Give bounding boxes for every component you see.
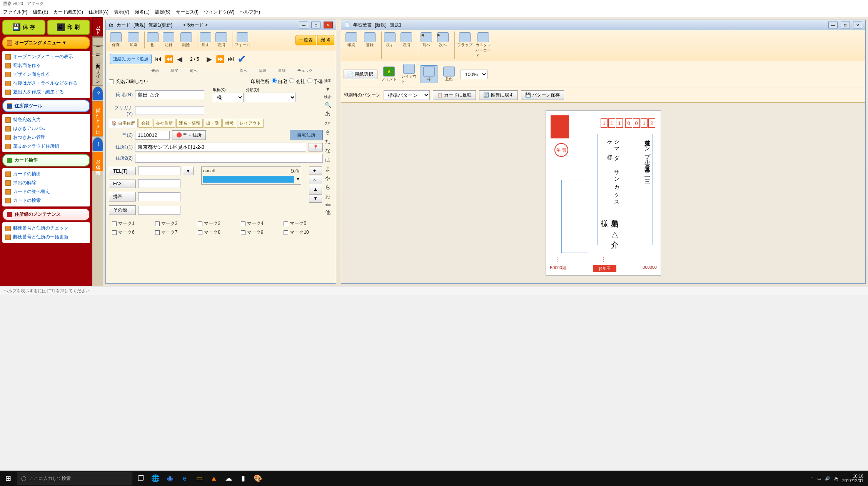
tel-dropdown[interactable]: ▾ bbox=[183, 167, 194, 175]
mobile-button[interactable]: 携帯 bbox=[109, 192, 136, 201]
sidebar-item[interactable]: カードの抽出 bbox=[5, 170, 88, 178]
email-down-button[interactable]: ▼ bbox=[309, 194, 322, 203]
tel-button[interactable]: TEL(T) bbox=[109, 167, 136, 175]
tool-paste[interactable]: 貼付 bbox=[160, 32, 177, 48]
mark-checkbox[interactable]: マーク2 bbox=[155, 220, 191, 227]
close-button[interactable]: ✕ bbox=[324, 22, 333, 28]
addressbook-tool-header[interactable]: 住所録ツール bbox=[2, 100, 90, 112]
kana-item[interactable]: 他 bbox=[325, 209, 331, 216]
kana-item[interactable]: わ bbox=[325, 193, 331, 200]
radio-spare[interactable]: 予備 bbox=[307, 78, 323, 85]
addr2-input[interactable] bbox=[135, 154, 323, 163]
vtab-list[interactable]: 一覧表 bbox=[92, 47, 103, 55]
list-view-button[interactable]: 一覧表 bbox=[295, 35, 316, 45]
sidebar-item[interactable]: 筆まめクラウド住所録 bbox=[5, 142, 88, 151]
recipient-address[interactable]: 東京都サンプル区見本町一−二−三 bbox=[642, 134, 653, 245]
mark-checkbox[interactable]: マーク9 bbox=[241, 229, 277, 236]
vtab-info-icon[interactable]: ! bbox=[92, 137, 103, 151]
ptool-sender[interactable]: 差出 bbox=[441, 66, 457, 83]
menu-edit[interactable]: 編集(E) bbox=[33, 9, 48, 15]
sidebar-item[interactable]: 差出人を作成・編集する bbox=[5, 88, 88, 97]
ptool-redo[interactable]: 取消 bbox=[398, 32, 415, 59]
mark-checkbox[interactable]: マーク8 bbox=[198, 229, 234, 236]
recipient-name[interactable]: シマダ サンカクスケ 様 島田 △介 様 bbox=[598, 134, 622, 245]
pattern-save-button[interactable]: 💾 パターン保存 bbox=[521, 90, 564, 100]
menu-help[interactable]: ヘルプ(H) bbox=[240, 9, 260, 15]
paper-select-button[interactable]: 📄 用紙選択 bbox=[344, 70, 377, 79]
maintenance-header[interactable]: 住所録のメンテナンス bbox=[2, 208, 90, 221]
kana-item[interactable]: 抽出 bbox=[324, 78, 332, 83]
mobile-input[interactable] bbox=[138, 192, 180, 201]
subtab-send-recv[interactable]: 出・受 bbox=[204, 119, 222, 128]
email-row[interactable] bbox=[203, 176, 294, 183]
kana-item[interactable]: な bbox=[325, 147, 331, 154]
sidebar-item[interactable]: デザイン面を作る bbox=[5, 70, 88, 79]
ptool-frame[interactable]: 枠 bbox=[421, 65, 437, 83]
search-icon[interactable]: 🔍 bbox=[325, 102, 331, 108]
minimize-button[interactable]: — bbox=[828, 22, 838, 28]
sidebar-item[interactable]: 抽出の解除 bbox=[5, 178, 88, 187]
email-add-button[interactable]: + bbox=[309, 166, 322, 175]
menu-cardedit[interactable]: カード編集(C) bbox=[53, 9, 83, 15]
nav-fastback[interactable]: ⏪ bbox=[165, 54, 173, 64]
kana-item[interactable]: あ bbox=[325, 110, 331, 117]
card-ops-header[interactable]: カード操作 bbox=[2, 154, 90, 166]
sender-zip[interactable] bbox=[558, 257, 604, 262]
sidebar-item[interactable]: はがきアルバム bbox=[5, 124, 88, 133]
subtab-home[interactable]: 🏠 自宅住所 bbox=[109, 119, 138, 128]
bunrui-select[interactable] bbox=[246, 93, 296, 102]
vtab-help[interactable]: ? bbox=[92, 87, 103, 100]
mark-checkbox[interactable]: マーク4 bbox=[241, 220, 277, 227]
tel-input[interactable] bbox=[138, 166, 180, 175]
mark-checkbox[interactable]: マーク5 bbox=[284, 220, 320, 227]
ptool-undo[interactable]: 戻す bbox=[381, 32, 396, 59]
ptool-font[interactable]: Aフォント bbox=[381, 66, 397, 83]
menu-service[interactable]: サービス(I) bbox=[176, 9, 199, 15]
sidebar-item[interactable]: オープニングメニューの表示 bbox=[5, 52, 88, 61]
minimize-button[interactable]: — bbox=[299, 22, 308, 28]
tool-undo[interactable]: 戻す bbox=[197, 32, 212, 48]
save-button[interactable]: 💾保 存 bbox=[2, 20, 45, 35]
kana-item[interactable]: た bbox=[325, 138, 331, 145]
maximize-button[interactable]: □ bbox=[841, 22, 850, 28]
tool-form[interactable]: フォーム bbox=[232, 32, 251, 48]
tool-save[interactable]: 保存 bbox=[107, 32, 124, 48]
subtab-company[interactable]: 会社 bbox=[139, 119, 152, 128]
ptool-barcode[interactable]: カスタマバーコード bbox=[475, 32, 492, 59]
kana-item[interactable]: ▼ bbox=[325, 86, 331, 92]
atena-button[interactable]: 宛 名 bbox=[317, 35, 334, 45]
other-button[interactable]: その他 bbox=[109, 205, 136, 215]
add-card-button[interactable]: 連絡先 カード追加 bbox=[110, 54, 152, 64]
sidebar-item[interactable]: カードの検索 bbox=[5, 196, 88, 205]
keisho-select[interactable]: 様 bbox=[213, 93, 244, 102]
zip-input[interactable] bbox=[135, 131, 170, 140]
ptool-flap[interactable]: フラップ bbox=[454, 32, 473, 59]
sender-block[interactable] bbox=[561, 180, 588, 253]
nav-next[interactable]: ▶ bbox=[205, 54, 214, 64]
other-input[interactable] bbox=[138, 206, 180, 215]
ptool-register[interactable]: 登録 bbox=[361, 32, 378, 59]
menu-atena[interactable]: 宛名(L) bbox=[135, 9, 150, 15]
vtab-help-text[interactable]: 困ったときは bbox=[92, 101, 103, 136]
subtab-notes[interactable]: 備考 bbox=[222, 119, 236, 128]
furigana-input[interactable] bbox=[135, 106, 204, 115]
fax-input[interactable] bbox=[138, 179, 180, 188]
kana-item[interactable]: や bbox=[325, 175, 331, 182]
tool-delete[interactable]: 削除 bbox=[178, 32, 195, 48]
postcard[interactable]: 年 賀 1 1 1 0 0 1 2 東京都サンプル区見本町一−二−三 シマダ サ… bbox=[546, 110, 661, 276]
ptool-print[interactable]: 印刷 bbox=[343, 32, 360, 59]
close-button[interactable]: ✕ bbox=[853, 22, 862, 28]
kana-item[interactable]: 検索 bbox=[324, 94, 332, 100]
mark-checkbox[interactable]: マーク6 bbox=[112, 229, 148, 236]
radio-home[interactable]: 自宅 bbox=[272, 78, 287, 85]
vtab-design[interactable]: 文面デザイン bbox=[92, 56, 103, 86]
no-print-checkbox[interactable] bbox=[109, 79, 114, 84]
sidebar-item[interactable]: 往復はがき・ラベルなどを作る bbox=[5, 79, 88, 88]
print-button[interactable]: 🖨印 刷 bbox=[47, 20, 90, 35]
mark-checkbox[interactable]: マーク1 bbox=[112, 220, 148, 227]
email-up-button[interactable]: ▲ bbox=[309, 185, 322, 193]
mark-checkbox[interactable]: マーク3 bbox=[198, 220, 234, 227]
map-pin-button[interactable]: 📍 bbox=[309, 143, 323, 151]
addr1-input[interactable] bbox=[135, 143, 306, 151]
name-input[interactable] bbox=[135, 90, 204, 99]
